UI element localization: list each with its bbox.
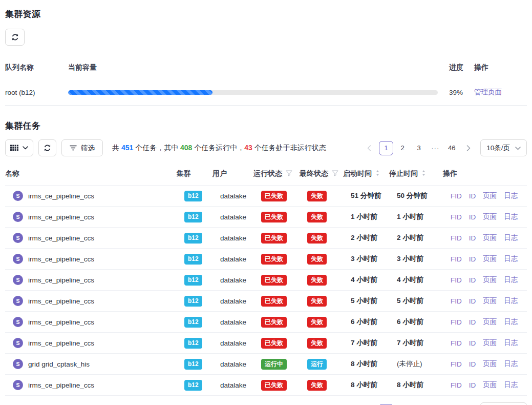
action-link-页面[interactable]: 页面 <box>483 317 497 327</box>
action-link-日志[interactable]: 日志 <box>504 380 518 390</box>
run-status-column-header[interactable]: 运行状态 <box>253 169 300 178</box>
action-link-页面[interactable]: 页面 <box>483 338 497 348</box>
action-link-日志[interactable]: 日志 <box>504 275 518 285</box>
final-status-column-header[interactable]: 最终状态 <box>300 169 343 178</box>
next-page-button[interactable] <box>462 141 475 155</box>
tasks-summary: 共 451 个任务，其中 408 个任务运行中，43 个任务处于非运行状态 <box>112 144 326 153</box>
bottom-pagination-wrap: 123···46 10条/页 <box>5 402 527 405</box>
action-link-ID[interactable]: ID <box>469 192 476 200</box>
cluster-badge: b12 <box>184 296 202 307</box>
action-link-日志[interactable]: 日志 <box>504 191 518 200</box>
task-actions: FIDID页面日志 <box>451 338 524 348</box>
table-row: S irms_ce_pipeline_ccs b12 datalake 已失败 … <box>5 207 527 228</box>
start-time: 3 小时前 <box>351 254 397 264</box>
filter-funnel-icon[interactable] <box>332 170 338 178</box>
action-link-FID[interactable]: FID <box>451 276 462 284</box>
page-item-3[interactable]: 3 <box>412 141 426 155</box>
manage-page-link[interactable]: 管理页面 <box>474 88 502 96</box>
refresh-icon <box>44 144 51 152</box>
action-link-FID[interactable]: FID <box>451 360 462 368</box>
spark-avatar-icon: S <box>13 359 23 369</box>
action-link-日志[interactable]: 日志 <box>504 338 518 348</box>
task-user: datalake <box>220 360 261 368</box>
tasks-table-body: S irms_ce_pipeline_ccs b12 datalake 已失败 … <box>5 186 527 396</box>
action-link-ID[interactable]: ID <box>469 318 476 326</box>
cluster-column-header: 集群 <box>177 169 212 178</box>
sort-icon[interactable] <box>421 170 426 178</box>
action-link-FID[interactable]: FID <box>451 297 462 305</box>
action-link-FID[interactable]: FID <box>451 339 462 347</box>
action-link-日志[interactable]: 日志 <box>504 254 518 264</box>
tasks-refresh-button[interactable] <box>38 139 56 156</box>
page-item-1[interactable]: 1 <box>379 141 393 155</box>
task-user: datalake <box>220 381 261 389</box>
action-link-日志[interactable]: 日志 <box>504 296 518 306</box>
action-link-页面[interactable]: 页面 <box>483 212 497 221</box>
resources-actions-header: 操作 <box>474 63 527 72</box>
start-time-column-header[interactable]: 启动时间 <box>343 169 389 178</box>
filter-button[interactable]: 筛选 <box>61 139 103 156</box>
spark-avatar-icon: S <box>13 191 23 201</box>
queue-name: root (b12) <box>5 89 68 96</box>
task-name: irms_ce_pipeline_ccs <box>28 192 94 200</box>
action-link-FID[interactable]: FID <box>451 255 462 263</box>
action-link-ID[interactable]: ID <box>469 255 476 263</box>
sort-icon[interactable] <box>375 170 380 178</box>
page-size-select[interactable]: 10条/页 <box>480 402 527 405</box>
stopped-count: 43 <box>244 144 252 152</box>
start-time: 8 小时前 <box>351 359 397 369</box>
cluster-badge: b12 <box>184 254 202 265</box>
action-link-ID[interactable]: ID <box>469 297 476 305</box>
action-link-FID[interactable]: FID <box>451 192 462 200</box>
grid-icon <box>10 145 18 151</box>
action-link-FID[interactable]: FID <box>451 234 462 242</box>
name-column-header: 名称 <box>5 169 177 178</box>
filter-funnel-icon[interactable] <box>286 170 292 178</box>
action-link-ID[interactable]: ID <box>469 213 476 221</box>
run-status-badge: 已失败 <box>261 254 287 265</box>
action-link-ID[interactable]: ID <box>469 276 476 284</box>
action-link-日志[interactable]: 日志 <box>504 212 518 221</box>
task-user: datalake <box>220 213 261 221</box>
action-link-ID[interactable]: ID <box>469 360 476 368</box>
run-status-badge: 已失败 <box>261 338 287 349</box>
final-status-badge: 失败 <box>307 191 327 201</box>
action-link-ID[interactable]: ID <box>469 234 476 242</box>
action-link-页面[interactable]: 页面 <box>483 296 497 306</box>
page-ellipsis[interactable]: ··· <box>428 141 442 155</box>
progress-value: 39% <box>438 89 474 96</box>
action-link-页面[interactable]: 页面 <box>483 233 497 242</box>
prev-page-button[interactable] <box>363 141 376 155</box>
page-size-select[interactable]: 10条/页 <box>480 139 527 156</box>
action-link-页面[interactable]: 页面 <box>483 380 497 390</box>
resources-refresh-button[interactable] <box>5 29 25 46</box>
run-status-badge: 已失败 <box>261 275 287 286</box>
final-status-badge: 运行 <box>307 359 327 370</box>
action-link-日志[interactable]: 日志 <box>504 359 518 369</box>
table-row: S irms_ce_pipeline_ccs b12 datalake 已失败 … <box>5 270 527 291</box>
action-link-FID[interactable]: FID <box>451 318 462 326</box>
table-row: S irms_ce_pipeline_ccs b12 datalake 已失败 … <box>5 291 527 312</box>
cluster-badge: b12 <box>184 191 202 201</box>
column-settings-button[interactable] <box>5 139 33 156</box>
action-link-FID[interactable]: FID <box>451 213 462 221</box>
action-link-ID[interactable]: ID <box>469 339 476 347</box>
action-link-页面[interactable]: 页面 <box>483 359 497 369</box>
action-link-FID[interactable]: FID <box>451 381 462 389</box>
table-row: S irms_ce_pipeline_ccs b12 datalake 已失败 … <box>5 333 527 354</box>
action-link-日志[interactable]: 日志 <box>504 317 518 327</box>
action-link-页面[interactable]: 页面 <box>483 191 497 200</box>
action-link-日志[interactable]: 日志 <box>504 233 518 242</box>
action-link-ID[interactable]: ID <box>469 381 476 389</box>
stop-time: 2 小时前 <box>397 233 451 242</box>
page-item-46[interactable]: 46 <box>444 141 459 155</box>
action-link-页面[interactable]: 页面 <box>483 254 497 264</box>
spark-avatar-icon: S <box>13 233 23 243</box>
task-name: irms_ce_pipeline_ccs <box>28 276 94 284</box>
page-item-2[interactable]: 2 <box>395 141 410 155</box>
cluster-badge: b12 <box>184 338 202 349</box>
final-status-badge: 失败 <box>307 338 327 349</box>
action-link-页面[interactable]: 页面 <box>483 275 497 285</box>
stop-time-column-header[interactable]: 停止时间 <box>389 169 443 178</box>
task-name: irms_ce_pipeline_ccs <box>28 255 94 263</box>
